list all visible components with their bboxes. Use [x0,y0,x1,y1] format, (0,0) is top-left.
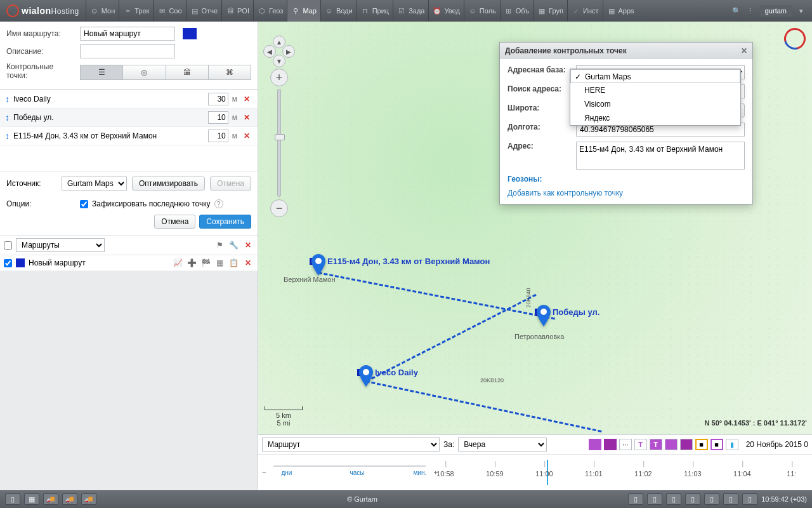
vehicle-follow-icon[interactable]: 🚚 [81,493,96,505]
chevron-down-icon[interactable]: ▾ [797,6,806,15]
timeline-now-button[interactable]: ▮ [726,439,738,450]
nav-tab-8[interactable]: ⊓Приц [357,0,393,22]
layout-1-icon[interactable]: ▯ [5,493,20,505]
map-marker-1[interactable]: 1 Iveco Daily [358,365,374,387]
timeline-scale[interactable]: 10:5810:5911:0011:0111:0211:0311:0411: [445,460,808,485]
dropdown-option[interactable]: Visicom [570,97,740,111]
point-radius-input[interactable] [208,93,228,105]
chart-icon[interactable]: 📈 [173,258,183,268]
timeline-period-select[interactable]: Вчера [458,438,547,451]
delete-point-button[interactable]: ✕ [241,131,252,140]
vehicle-name-icon[interactable]: 🚚 [62,493,77,505]
map-canvas[interactable]: ▲ ◀ ▶ ▼ + − 1 Iveco Daily 2 Победы ул. 3 [258,22,812,490]
point-name[interactable]: Iveco Daily [13,95,204,104]
route-desc-input[interactable] [80,44,175,58]
timeline-route-select[interactable]: Маршрут [262,438,440,451]
save-button[interactable]: Сохранить [199,215,251,229]
more-icon[interactable]: ⋮ [746,6,755,15]
source-select[interactable]: Gurtam Maps [62,177,127,190]
addr-textarea[interactable]: Е115-м4 Дон, 3.43 км от Верхний Мамон [576,142,745,170]
zoom-out-button[interactable]: − [270,199,288,217]
dropdown-option[interactable]: HERE [570,83,740,97]
nav-tab-1[interactable]: ≈Трек [119,0,153,22]
nav-tab-11[interactable]: ☺Поль [464,0,500,22]
nav-tab-10[interactable]: ⏰Увед [428,0,463,22]
point-name[interactable]: Е115-м4 Дон, 3.43 км от Верхний Мамон [13,131,204,140]
pan-right-button[interactable]: ▶ [282,45,295,58]
sb-icon-2[interactable]: ▯ [647,493,662,505]
select-all-routes-checkbox[interactable] [4,241,12,250]
geofences-label[interactable]: Геозоны: [508,175,571,184]
nav-tab-6[interactable]: ⚲Мар [287,0,320,22]
vehicle-icon[interactable]: 🚚 [43,493,58,505]
sb-icon-4[interactable]: ▯ [685,493,700,505]
nav-tab-2[interactable]: ✉Соо [153,0,185,22]
route-item-name[interactable]: Новый маршрут [29,258,169,267]
points-mode-list[interactable]: ☰ [80,65,123,80]
drag-handle-icon[interactable]: ↕ [5,94,10,104]
nav-tab-5[interactable]: ⬡Геоз [253,0,287,22]
timeline-text-1[interactable]: T [634,439,647,450]
point-radius-input[interactable] [208,111,228,124]
nav-tab-0[interactable]: ⊙Мон [86,0,119,22]
layout-grid-icon[interactable]: ▦ [24,493,39,505]
sb-icon-3[interactable]: ▯ [666,493,681,505]
reset-button[interactable]: Отмена [210,177,251,190]
flag-icon[interactable]: ⚑ [214,240,225,250]
add-schedule-icon[interactable]: ➕ [187,258,197,268]
sb-icon-1[interactable]: ▯ [628,493,643,505]
nav-tab-14[interactable]: ⟋Инст [567,0,603,22]
point-name[interactable]: Победы ул. [13,113,204,122]
sb-icon-7[interactable]: ▯ [742,493,757,505]
nav-tab-7[interactable]: ☺Води [320,0,357,22]
timeline-block-2[interactable] [680,439,693,450]
timeline-events-toggle[interactable]: ··· [619,439,632,450]
timeline-color-1[interactable] [589,439,601,450]
dropdown-option[interactable]: Яндекс [570,111,740,125]
cancel-button[interactable]: Отмена [154,215,195,229]
nav-tab-13[interactable]: ▦Груп [533,0,567,22]
delete-point-button[interactable]: ✕ [241,113,252,122]
schedule-icon[interactable]: 🏁 [200,258,211,268]
timeline-block-3[interactable]: ■ [695,439,708,450]
delete-route-button[interactable]: ✕ [242,258,254,267]
drag-handle-icon[interactable]: ↕ [5,112,10,123]
map-marker-2[interactable]: 2 Победы ул. [536,305,551,326]
map-marker-3[interactable]: 3 Е115-м4 Дон, 3.43 км от Верхний Мамон [311,254,326,276]
lock-last-point-checkbox[interactable] [80,200,88,208]
points-mode-gps[interactable]: ◎ [123,65,166,80]
pan-down-button[interactable]: ▼ [273,55,285,67]
sb-icon-6[interactable]: ▯ [723,493,738,505]
table-icon[interactable]: ▦ [214,258,225,268]
timeline-text-2[interactable]: T [650,439,662,450]
route-item-checkbox[interactable] [4,259,12,267]
dropdown-option[interactable]: Gurtam Maps [570,69,740,83]
zoom-in-button[interactable]: + [270,69,288,86]
points-mode-poi[interactable]: 🏛 [166,65,209,80]
nav-tab-15[interactable]: ▦Apps [603,0,638,22]
dialog-close-button[interactable]: ✕ [741,46,747,55]
timeline-block-1[interactable] [665,439,678,450]
timeline-color-2[interactable] [604,439,617,450]
add-as-checkpoint-link[interactable]: Добавить как контрольную точку [508,189,623,197]
zoom-slider[interactable] [277,89,281,197]
zoom-slider-thumb[interactable] [275,134,285,140]
timeline-block-4[interactable]: ■ [710,439,723,450]
point-radius-input[interactable] [208,130,228,142]
nav-tab-4[interactable]: 🏛POI [221,0,253,22]
points-mode-geofence[interactable]: ⌘ [209,65,251,80]
help-icon[interactable]: ? [214,199,223,208]
optimize-button[interactable]: Оптимизировать [132,177,205,190]
nav-tab-12[interactable]: ⊞Объ [500,0,533,22]
routes-filter-select[interactable]: Маршруты [16,238,105,252]
nav-tab-3[interactable]: ▤Отче [186,0,221,22]
zoom-out-timeline[interactable]: − [262,469,266,476]
sb-icon-5[interactable]: ▯ [704,493,719,505]
route-color-swatch[interactable] [183,28,197,39]
copy-icon[interactable]: 📋 [228,258,239,268]
route-name-input[interactable] [80,27,175,41]
delete-routes-button[interactable]: ✕ [242,241,254,250]
wrench-icon[interactable]: 🔧 [228,240,239,250]
nav-tab-9[interactable]: ☑Зада [393,0,428,22]
drag-handle-icon[interactable]: ↕ [5,131,10,141]
